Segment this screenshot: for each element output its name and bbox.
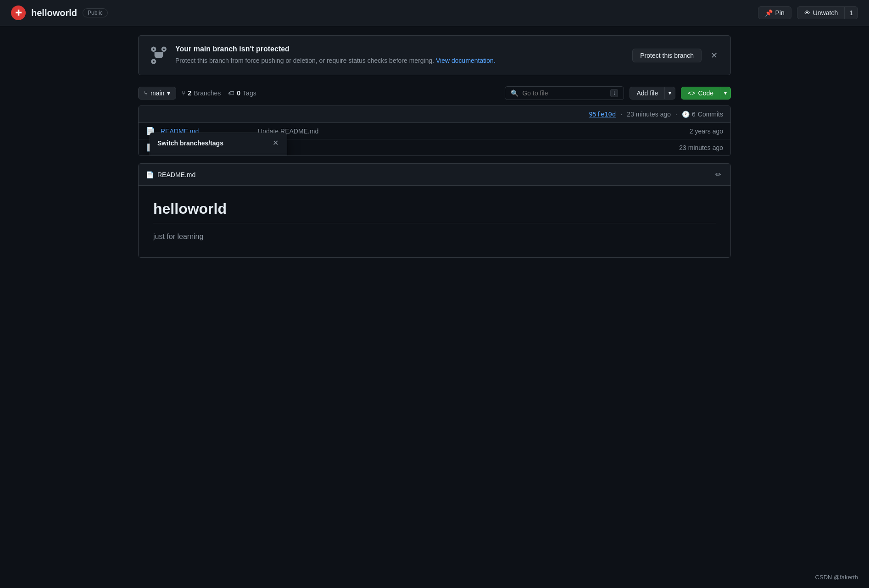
banner-content: Your main branch isn't protected Protect… (175, 45, 625, 66)
history-icon: 🕐 (682, 111, 690, 118)
code-icon: <> (688, 89, 695, 97)
unwatch-button-group: 👁 Unwatch 1 (797, 6, 858, 19)
visibility-badge: Public (83, 8, 108, 17)
file-time: 23 minutes ago (679, 144, 723, 151)
keyboard-shortcut: t (610, 89, 618, 97)
branches-icon: ⑂ (182, 89, 185, 97)
readme-icon: 📄 (146, 171, 154, 178)
meta-links: ⑂ 2 Branches 🏷 0 Tags (182, 89, 256, 97)
code-button[interactable]: <> Code (681, 87, 720, 99)
dropdown-header: Switch branches/tags ✕ (150, 133, 287, 153)
file-time: 2 years ago (690, 128, 723, 135)
branch-dropdown: Switch branches/tags ✕ 🔍 Branches Tags (150, 133, 287, 156)
unwatch-button[interactable]: 👁 Unwatch (797, 7, 845, 19)
readme-content: helloworld just for learning (139, 186, 730, 257)
file-commit-message: Update README.md (258, 128, 684, 135)
eye-icon: 👁 (804, 9, 810, 17)
add-file-button-group: Add file ▾ (629, 87, 675, 100)
edit-readme-button[interactable]: ✏ (713, 168, 723, 181)
readme-title: 📄 README.md (146, 171, 195, 178)
dropdown-close-button[interactable]: ✕ (272, 138, 279, 148)
commits-label: Commits (698, 111, 723, 118)
banner-title: Your main branch isn't protected (175, 45, 625, 53)
branch-selector-button[interactable]: ⑂ main ▾ (138, 87, 176, 100)
file-commit-message: commit1 (258, 144, 674, 151)
commit-time: 23 minutes ago (627, 111, 671, 118)
readme-paragraph: just for learning (153, 231, 716, 243)
readme-heading: helloworld (153, 200, 716, 223)
repo-name: helloworld (31, 8, 77, 18)
repo-toolbar: ⑂ main ▾ ⑂ 2 Branches 🏷 0 Tags 🔍 t Add f… (138, 86, 731, 100)
code-button-group: <> Code ▾ (681, 87, 731, 100)
file-header: 95fe10d · 23 minutes ago · 🕐 6 Commits (139, 106, 730, 123)
branch-icon (150, 46, 168, 65)
pin-label: Pin (775, 9, 785, 17)
readme-actions: ✏ (713, 168, 723, 181)
readme-area: 📄 README.md ✏ helloworld just for learni… (138, 163, 731, 258)
separator: · (620, 111, 622, 118)
banner-description: Protect this branch from force pushing o… (175, 56, 625, 66)
search-icon: 🔍 (511, 89, 518, 97)
protect-branch-button[interactable]: Protect this branch (632, 49, 702, 62)
dropdown-search-area: 🔍 (150, 153, 287, 156)
commit-hash-link[interactable]: 95fe10d (589, 111, 616, 118)
tag-icon: 🏷 (228, 89, 234, 97)
pin-icon: 📌 (765, 9, 773, 17)
header: ✚ helloworld Public 📌 Pin 👁 Unwatch 1 (0, 0, 869, 26)
unwatch-label: Unwatch (813, 9, 838, 17)
close-banner-button[interactable]: ✕ (709, 50, 719, 61)
commits-count: 6 (692, 111, 696, 118)
site-logo: ✚ (11, 6, 26, 20)
goto-file-search[interactable]: 🔍 t (505, 86, 624, 100)
protection-banner: Your main branch isn't protected Protect… (138, 35, 731, 75)
view-docs-link[interactable]: View documentation. (436, 57, 496, 64)
branches-link[interactable]: ⑂ 2 Branches (182, 89, 221, 97)
main-content: Your main branch isn't protected Protect… (127, 26, 742, 267)
add-file-dropdown-arrow[interactable]: ▾ (665, 88, 675, 99)
watch-count[interactable]: 1 (845, 7, 858, 19)
tags-link[interactable]: 🏷 0 Tags (228, 89, 256, 97)
commits-link[interactable]: 🕐 6 Commits (682, 111, 723, 118)
branch-dropdown-arrow: ▾ (167, 89, 170, 97)
dropdown-title: Switch branches/tags (157, 139, 223, 147)
readme-header: 📄 README.md ✏ (139, 164, 730, 186)
branch-selector-icon: ⑂ (144, 89, 148, 97)
file-area: Switch branches/tags ✕ 🔍 Branches Tags (138, 105, 731, 156)
code-dropdown-arrow[interactable]: ▾ (720, 88, 730, 99)
separator2: · (675, 111, 677, 118)
pin-button[interactable]: 📌 Pin (758, 6, 791, 19)
current-branch: main (150, 89, 164, 97)
goto-file-input[interactable] (522, 89, 607, 97)
watermark: CSDN @fakerth (815, 574, 858, 581)
add-file-button[interactable]: Add file (630, 87, 665, 99)
